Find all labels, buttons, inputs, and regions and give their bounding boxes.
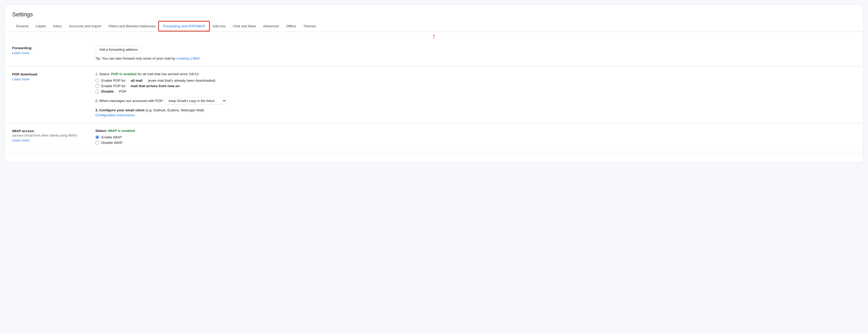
pop-configure: 3. Configure your email client (e.g. Out… — [95, 108, 856, 117]
imap-status-text: IMAP is enabled — [108, 129, 135, 133]
red-arrow-icon: ↑ — [432, 33, 436, 40]
tab-add-ons[interactable]: Add-ons — [209, 22, 229, 31]
forwarding-learn-more[interactable]: Learn more — [12, 51, 95, 55]
pop-section: POP download: Learn more 1. Status: POP … — [5, 66, 863, 123]
pop-options: Enable POP for all mail (even mail that'… — [95, 79, 856, 93]
tab-labels[interactable]: Labels — [32, 22, 50, 31]
pop-status: 1. Status: POP is enabled for all mail t… — [95, 72, 856, 76]
imap-disable-option[interactable]: Disable IMAP — [95, 141, 856, 145]
tab-offline[interactable]: Offline — [282, 22, 300, 31]
imap-enable-radio[interactable] — [95, 135, 99, 139]
tab-filters-blocked[interactable]: Filters and Blocked Addresses — [105, 22, 159, 31]
tab-inbox[interactable]: Inbox — [50, 22, 65, 31]
imap-enable-option[interactable]: Enable IMAP — [95, 135, 856, 139]
tab-chat-meet[interactable]: Chat and Meet — [229, 22, 259, 31]
tabs-bar: General Labels Inbox Accounts and Import… — [5, 22, 863, 32]
tab-forwarding-pop-imap[interactable]: Forwarding and POP/IMAP — [159, 22, 209, 31]
tab-themes[interactable]: Themes — [300, 22, 320, 31]
imap-label: IMAP access: — [12, 129, 35, 133]
pop-option-all-mail[interactable]: Enable POP for all mail (even mail that'… — [95, 79, 856, 82]
pop-all-mail-radio[interactable] — [95, 79, 99, 82]
forwarding-label: Forwarding: — [12, 46, 32, 50]
pop-when-accessed: 2. When messages are accessed with POP k… — [95, 97, 856, 105]
imap-section: IMAP access: (access Gmail from other cl… — [5, 123, 863, 152]
pop-option-from-now[interactable]: Enable POP for mail that arrives from no… — [95, 84, 856, 88]
pop-value-col: 1. Status: POP is enabled for all mail t… — [95, 72, 856, 117]
pop-learn-more[interactable]: Learn more — [12, 77, 95, 81]
pop-option-disable[interactable]: Disable POP — [95, 89, 856, 93]
pop-status-text: POP is enabled — [111, 72, 136, 76]
page-title: Settings — [5, 5, 863, 22]
settings-content: Forwarding: Learn more Add a forwarding … — [5, 40, 863, 163]
imap-sublabel: (access Gmail from other clients using I… — [12, 134, 95, 137]
highlight-arrow: ↑ — [5, 33, 863, 40]
imap-label-col: IMAP access: (access Gmail from other cl… — [12, 129, 95, 142]
imap-status: Status: IMAP is enabled — [95, 129, 856, 133]
tab-general[interactable]: General — [12, 22, 32, 31]
imap-value-col: Status: IMAP is enabled Enable IMAP Disa… — [95, 129, 856, 146]
settings-page: Settings General Labels Inbox Accounts a… — [5, 5, 863, 163]
pop-label-col: POP download: Learn more — [12, 72, 95, 81]
pop-disable-radio[interactable] — [95, 89, 99, 93]
forwarding-section: Forwarding: Learn more Add a forwarding … — [5, 40, 863, 66]
pop-action-select[interactable]: keep Gmail's copy in the Inboxmark Gmail… — [165, 97, 226, 105]
forwarding-value-col: Add a forwarding address Tip: You can al… — [95, 46, 856, 60]
imap-learn-more[interactable]: Learn more — [12, 138, 95, 142]
imap-disable-radio[interactable] — [95, 141, 99, 145]
tab-advanced[interactable]: Advanced — [259, 22, 282, 31]
tab-accounts-import[interactable]: Accounts and Import — [65, 22, 105, 31]
forwarding-label-col: Forwarding: Learn more — [12, 46, 95, 55]
configuration-instructions-link[interactable]: Configuration instructions — [95, 113, 856, 117]
pop-from-now-radio[interactable] — [95, 84, 99, 88]
add-forwarding-button[interactable]: Add a forwarding address — [95, 46, 142, 53]
pop-label: POP download: — [12, 72, 38, 76]
creating-filter-link[interactable]: creating a filter! — [176, 56, 200, 60]
forwarding-tip: Tip: You can also forward only some of y… — [95, 56, 856, 60]
